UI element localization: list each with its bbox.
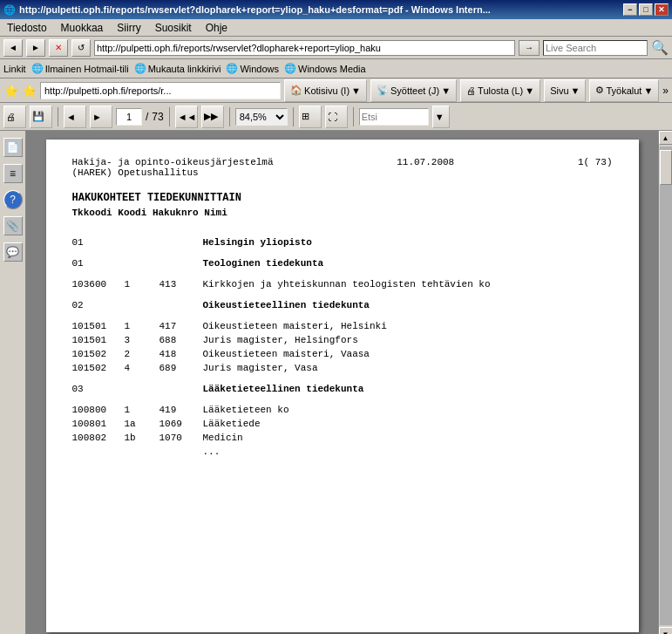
col-koodi	[125, 258, 160, 269]
col-tkkoodi: 100800	[72, 405, 125, 415]
scroll-down-button[interactable]: ▼	[659, 627, 673, 634]
table-row: ...	[72, 445, 613, 459]
col-tkkoodi	[72, 447, 125, 457]
pdf-org-line1: Hakija- ja opinto-oikeusjärjestelmä	[72, 157, 274, 167]
maximize-button[interactable]: □	[639, 3, 653, 16]
pdf-print-button[interactable]: 🖨	[3, 106, 26, 128]
page-sep: /	[144, 111, 150, 123]
more-icon: »	[662, 85, 669, 97]
pdf-spacer-2	[72, 270, 613, 277]
col-koodi: 1a	[125, 419, 160, 429]
scroll-track[interactable]	[660, 147, 672, 625]
print-label: Tulosta (L)	[478, 85, 523, 96]
col-tkkoodi: 03	[72, 384, 125, 394]
pdf-save-button[interactable]: 💾	[30, 106, 52, 128]
scroll-up-button[interactable]: ▲	[659, 131, 673, 145]
menu-suosikit[interactable]: Suosikit	[152, 20, 195, 36]
col-nimi: Medicin	[203, 433, 613, 443]
table-row: 101501 3 688 Juris magister, Helsingfors	[72, 333, 613, 347]
address-input[interactable]	[94, 40, 515, 56]
back-button[interactable]: ◄	[3, 39, 23, 57]
search-button[interactable]: 🔍	[651, 39, 669, 56]
col-koodi	[125, 447, 160, 457]
menu-ohje[interactable]: Ohje	[202, 20, 231, 36]
refresh-button[interactable]: ↺	[71, 39, 91, 57]
address-display[interactable]: http://pulpetti.oph.fi/reports/r...	[40, 82, 281, 99]
feeds-dropdown-icon: ▼	[441, 85, 451, 96]
minimize-button[interactable]: −	[623, 3, 637, 16]
page-label: Sivu	[550, 85, 568, 96]
col-hakuknro: 418	[160, 349, 203, 359]
rss-icon: ⭐	[22, 84, 37, 98]
stop-button[interactable]: ✕	[49, 39, 68, 57]
col-koodi: 2	[125, 349, 160, 359]
search-input[interactable]	[543, 40, 648, 56]
sidebar-bookmarks-icon[interactable]: ≡	[3, 164, 23, 183]
col-tkkoodi: 100801	[72, 419, 125, 429]
page-button[interactable]: Sivu ▼	[544, 79, 586, 102]
table-row: 100802 1b 1070 Medicin	[72, 431, 613, 445]
print-button[interactable]: 🖨 Tulosta (L) ▼	[460, 79, 540, 102]
link-hotmail[interactable]: 🌐 Ilmainen Hotmail-tili	[31, 63, 129, 74]
sep2	[169, 107, 170, 126]
col-hakuknro	[160, 237, 203, 248]
table-row: 101502 2 418 Oikeustieteen maisteri, Vaa…	[72, 347, 613, 361]
link-customize[interactable]: 🌐 Mukauta linkkirivi	[134, 63, 221, 74]
link-windows-icon: 🌐	[226, 63, 238, 74]
table-row: 01 Teologinen tiedekunta	[72, 256, 613, 270]
menu-siirry[interactable]: Siirry	[113, 20, 144, 36]
link-windows[interactable]: 🌐 Windows	[226, 63, 279, 74]
menu-tiedosto[interactable]: Tiedosto	[3, 20, 51, 36]
pdf-prev-button[interactable]: ◄	[64, 106, 86, 128]
page-dropdown-icon: ▼	[571, 85, 580, 96]
feeds-button[interactable]: 📡 Syötteet (J) ▼	[370, 79, 457, 102]
pdf-spacer-1	[72, 249, 613, 256]
col-koodi: 1	[125, 405, 160, 415]
print-dropdown-icon: ▼	[525, 85, 534, 96]
pdf-spacer-6	[72, 396, 613, 403]
window-title: http://pulpetti.oph.fi/reports/rwservlet…	[19, 4, 491, 15]
col-koodi	[125, 237, 160, 248]
pdf-ff-button[interactable]: ▶▶	[201, 106, 224, 128]
sidebar-comment-icon[interactable]: 💬	[3, 242, 23, 262]
col-tkkoodi: 101502	[72, 349, 125, 359]
col-tkkoodi: 103600	[72, 279, 125, 290]
col-hakuknro	[160, 384, 203, 394]
pdf-save-icon: 💾	[32, 111, 44, 122]
fit-width-button[interactable]: ⊞	[299, 106, 322, 128]
col-nimi: Lääketieteellinen tiedekunta	[203, 384, 613, 394]
sidebar: 📄 ≡ ? 📎 💬	[0, 131, 26, 634]
close-button[interactable]: ✕	[655, 3, 669, 16]
sidebar-page-icon[interactable]: 📄	[3, 138, 23, 157]
feeds-label: Syötteet (J)	[390, 85, 439, 96]
col-hakuknro	[160, 447, 203, 457]
pdf-columns: Tkkoodi Koodi Hakuknro Nimi	[72, 208, 613, 218]
fullscreen-button[interactable]: ⛶	[325, 106, 348, 128]
link-media[interactable]: 🌐 Windows Media	[284, 63, 366, 74]
table-row: 02 Oikeustieteellinen tiedekunta	[72, 298, 613, 312]
pdf-print-icon: 🖨	[6, 112, 16, 122]
search-dropdown-button[interactable]: ▼	[432, 106, 450, 128]
col-koodi	[125, 300, 160, 310]
pdf-next-button[interactable]: ►	[90, 106, 112, 128]
sep5	[353, 107, 354, 126]
menu-muokkaa[interactable]: Muokkaa	[58, 20, 107, 36]
zoom-select[interactable]: 84,5%	[235, 108, 288, 126]
page-current-input[interactable]	[116, 108, 142, 126]
title-bar: 🌐 http://pulpetti.oph.fi/reports/rwservl…	[0, 0, 672, 19]
col-hakuknro: 1070	[160, 433, 203, 443]
col-nimi: Teologinen tiedekunta	[203, 258, 613, 269]
forward-button[interactable]: ►	[26, 39, 45, 57]
sidebar-attach-icon[interactable]: 📎	[3, 216, 23, 235]
pdf-header-left: Hakija- ja opinto-oikeusjärjestelmä (HAR…	[72, 157, 274, 178]
go-button[interactable]: →	[519, 40, 540, 56]
pdf-search-input[interactable]	[359, 108, 429, 126]
tools-button[interactable]: ⚙ Työkalut ▼	[589, 79, 659, 102]
col-tkkoodi: 101501	[72, 321, 125, 331]
home-button[interactable]: 🏠 Kotisivu (I) ▼	[284, 79, 367, 102]
pdf-rewind-button[interactable]: ◄◄	[175, 106, 198, 128]
sidebar-help-icon[interactable]: ?	[3, 190, 23, 209]
sep1	[58, 107, 58, 126]
col-koodi: 4	[125, 363, 160, 373]
scroll-thumb[interactable]	[660, 150, 672, 185]
